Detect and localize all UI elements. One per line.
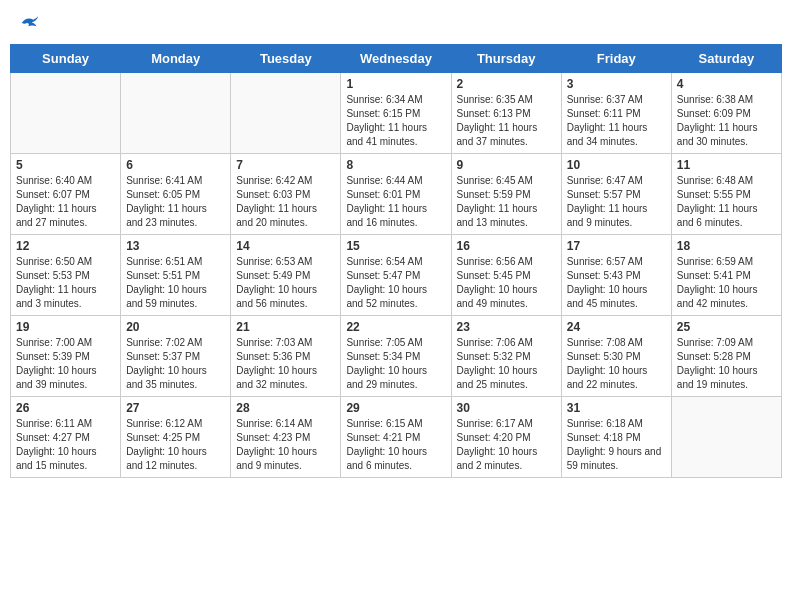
day-number: 19 <box>16 320 115 334</box>
day-cell: 8Sunrise: 6:44 AM Sunset: 6:01 PM Daylig… <box>341 154 451 235</box>
day-info: Sunrise: 6:50 AM Sunset: 5:53 PM Dayligh… <box>16 255 115 311</box>
day-cell: 30Sunrise: 6:17 AM Sunset: 4:20 PM Dayli… <box>451 397 561 478</box>
day-number: 17 <box>567 239 666 253</box>
day-header-friday: Friday <box>561 45 671 73</box>
day-number: 4 <box>677 77 776 91</box>
calendar-table: SundayMondayTuesdayWednesdayThursdayFrid… <box>10 44 782 478</box>
day-info: Sunrise: 7:09 AM Sunset: 5:28 PM Dayligh… <box>677 336 776 392</box>
day-number: 5 <box>16 158 115 172</box>
day-info: Sunrise: 7:03 AM Sunset: 5:36 PM Dayligh… <box>236 336 335 392</box>
day-number: 30 <box>457 401 556 415</box>
day-info: Sunrise: 6:17 AM Sunset: 4:20 PM Dayligh… <box>457 417 556 473</box>
day-info: Sunrise: 7:06 AM Sunset: 5:32 PM Dayligh… <box>457 336 556 392</box>
day-info: Sunrise: 7:00 AM Sunset: 5:39 PM Dayligh… <box>16 336 115 392</box>
day-number: 31 <box>567 401 666 415</box>
day-number: 28 <box>236 401 335 415</box>
day-cell: 31Sunrise: 6:18 AM Sunset: 4:18 PM Dayli… <box>561 397 671 478</box>
day-number: 7 <box>236 158 335 172</box>
day-cell: 9Sunrise: 6:45 AM Sunset: 5:59 PM Daylig… <box>451 154 561 235</box>
day-info: Sunrise: 6:42 AM Sunset: 6:03 PM Dayligh… <box>236 174 335 230</box>
day-header-wednesday: Wednesday <box>341 45 451 73</box>
day-cell: 26Sunrise: 6:11 AM Sunset: 4:27 PM Dayli… <box>11 397 121 478</box>
day-info: Sunrise: 6:57 AM Sunset: 5:43 PM Dayligh… <box>567 255 666 311</box>
day-number: 27 <box>126 401 225 415</box>
day-info: Sunrise: 6:45 AM Sunset: 5:59 PM Dayligh… <box>457 174 556 230</box>
day-cell: 27Sunrise: 6:12 AM Sunset: 4:25 PM Dayli… <box>121 397 231 478</box>
day-cell: 3Sunrise: 6:37 AM Sunset: 6:11 PM Daylig… <box>561 73 671 154</box>
day-info: Sunrise: 6:53 AM Sunset: 5:49 PM Dayligh… <box>236 255 335 311</box>
day-cell <box>11 73 121 154</box>
week-row-1: 1Sunrise: 6:34 AM Sunset: 6:15 PM Daylig… <box>11 73 782 154</box>
day-cell: 20Sunrise: 7:02 AM Sunset: 5:37 PM Dayli… <box>121 316 231 397</box>
day-info: Sunrise: 6:44 AM Sunset: 6:01 PM Dayligh… <box>346 174 445 230</box>
header-row: SundayMondayTuesdayWednesdayThursdayFrid… <box>11 45 782 73</box>
day-info: Sunrise: 7:05 AM Sunset: 5:34 PM Dayligh… <box>346 336 445 392</box>
logo-bird-icon <box>20 14 40 32</box>
day-cell: 4Sunrise: 6:38 AM Sunset: 6:09 PM Daylig… <box>671 73 781 154</box>
day-info: Sunrise: 6:41 AM Sunset: 6:05 PM Dayligh… <box>126 174 225 230</box>
day-cell: 16Sunrise: 6:56 AM Sunset: 5:45 PM Dayli… <box>451 235 561 316</box>
day-cell: 5Sunrise: 6:40 AM Sunset: 6:07 PM Daylig… <box>11 154 121 235</box>
day-info: Sunrise: 6:51 AM Sunset: 5:51 PM Dayligh… <box>126 255 225 311</box>
day-number: 25 <box>677 320 776 334</box>
day-cell: 10Sunrise: 6:47 AM Sunset: 5:57 PM Dayli… <box>561 154 671 235</box>
day-info: Sunrise: 6:40 AM Sunset: 6:07 PM Dayligh… <box>16 174 115 230</box>
day-number: 6 <box>126 158 225 172</box>
day-info: Sunrise: 6:48 AM Sunset: 5:55 PM Dayligh… <box>677 174 776 230</box>
day-info: Sunrise: 6:15 AM Sunset: 4:21 PM Dayligh… <box>346 417 445 473</box>
day-number: 22 <box>346 320 445 334</box>
day-cell <box>121 73 231 154</box>
day-number: 3 <box>567 77 666 91</box>
day-info: Sunrise: 6:56 AM Sunset: 5:45 PM Dayligh… <box>457 255 556 311</box>
day-number: 26 <box>16 401 115 415</box>
day-number: 18 <box>677 239 776 253</box>
day-number: 9 <box>457 158 556 172</box>
day-cell: 24Sunrise: 7:08 AM Sunset: 5:30 PM Dayli… <box>561 316 671 397</box>
day-info: Sunrise: 6:14 AM Sunset: 4:23 PM Dayligh… <box>236 417 335 473</box>
day-cell: 2Sunrise: 6:35 AM Sunset: 6:13 PM Daylig… <box>451 73 561 154</box>
logo <box>18 14 40 32</box>
day-number: 15 <box>346 239 445 253</box>
day-cell: 29Sunrise: 6:15 AM Sunset: 4:21 PM Dayli… <box>341 397 451 478</box>
day-info: Sunrise: 6:47 AM Sunset: 5:57 PM Dayligh… <box>567 174 666 230</box>
day-number: 1 <box>346 77 445 91</box>
day-info: Sunrise: 6:35 AM Sunset: 6:13 PM Dayligh… <box>457 93 556 149</box>
day-number: 13 <box>126 239 225 253</box>
day-cell: 11Sunrise: 6:48 AM Sunset: 5:55 PM Dayli… <box>671 154 781 235</box>
day-number: 16 <box>457 239 556 253</box>
day-cell: 7Sunrise: 6:42 AM Sunset: 6:03 PM Daylig… <box>231 154 341 235</box>
week-row-5: 26Sunrise: 6:11 AM Sunset: 4:27 PM Dayli… <box>11 397 782 478</box>
day-cell: 13Sunrise: 6:51 AM Sunset: 5:51 PM Dayli… <box>121 235 231 316</box>
day-header-tuesday: Tuesday <box>231 45 341 73</box>
day-cell: 28Sunrise: 6:14 AM Sunset: 4:23 PM Dayli… <box>231 397 341 478</box>
day-header-monday: Monday <box>121 45 231 73</box>
day-info: Sunrise: 6:12 AM Sunset: 4:25 PM Dayligh… <box>126 417 225 473</box>
day-info: Sunrise: 6:18 AM Sunset: 4:18 PM Dayligh… <box>567 417 666 473</box>
day-cell: 15Sunrise: 6:54 AM Sunset: 5:47 PM Dayli… <box>341 235 451 316</box>
day-cell: 12Sunrise: 6:50 AM Sunset: 5:53 PM Dayli… <box>11 235 121 316</box>
day-number: 8 <box>346 158 445 172</box>
day-number: 10 <box>567 158 666 172</box>
day-number: 12 <box>16 239 115 253</box>
week-row-4: 19Sunrise: 7:00 AM Sunset: 5:39 PM Dayli… <box>11 316 782 397</box>
day-cell: 21Sunrise: 7:03 AM Sunset: 5:36 PM Dayli… <box>231 316 341 397</box>
day-header-thursday: Thursday <box>451 45 561 73</box>
day-info: Sunrise: 6:11 AM Sunset: 4:27 PM Dayligh… <box>16 417 115 473</box>
day-cell: 17Sunrise: 6:57 AM Sunset: 5:43 PM Dayli… <box>561 235 671 316</box>
day-header-sunday: Sunday <box>11 45 121 73</box>
day-number: 2 <box>457 77 556 91</box>
day-cell: 1Sunrise: 6:34 AM Sunset: 6:15 PM Daylig… <box>341 73 451 154</box>
day-cell: 25Sunrise: 7:09 AM Sunset: 5:28 PM Dayli… <box>671 316 781 397</box>
day-cell: 23Sunrise: 7:06 AM Sunset: 5:32 PM Dayli… <box>451 316 561 397</box>
day-header-saturday: Saturday <box>671 45 781 73</box>
day-number: 23 <box>457 320 556 334</box>
day-number: 24 <box>567 320 666 334</box>
day-info: Sunrise: 6:59 AM Sunset: 5:41 PM Dayligh… <box>677 255 776 311</box>
day-number: 20 <box>126 320 225 334</box>
day-cell: 22Sunrise: 7:05 AM Sunset: 5:34 PM Dayli… <box>341 316 451 397</box>
day-cell: 6Sunrise: 6:41 AM Sunset: 6:05 PM Daylig… <box>121 154 231 235</box>
day-info: Sunrise: 7:02 AM Sunset: 5:37 PM Dayligh… <box>126 336 225 392</box>
page-header <box>10 10 782 36</box>
day-cell: 19Sunrise: 7:00 AM Sunset: 5:39 PM Dayli… <box>11 316 121 397</box>
day-number: 21 <box>236 320 335 334</box>
